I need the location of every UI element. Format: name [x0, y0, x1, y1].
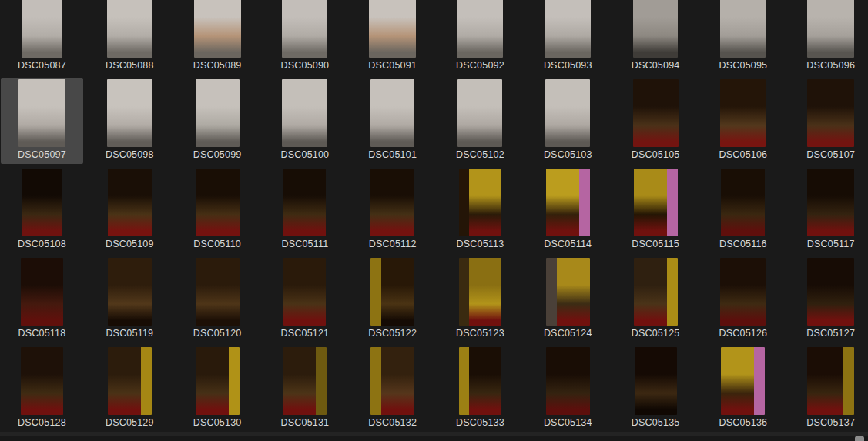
photo-cell[interactable]: DSC05087 — [1, 0, 83, 75]
photo-thumbnail[interactable] — [196, 258, 240, 326]
photo-cell[interactable]: DSC05089 — [176, 0, 259, 75]
photo-thumbnail[interactable] — [807, 169, 854, 236]
photo-thumbnail[interactable] — [108, 169, 152, 236]
photo-thumbnail[interactable] — [283, 347, 327, 415]
scrollbar-thumb[interactable] — [855, 436, 864, 441]
photo-thumbnail[interactable] — [370, 79, 414, 147]
photo-thumbnail[interactable] — [633, 79, 679, 147]
photo-thumbnail[interactable] — [282, 79, 327, 147]
photo-thumbnail[interactable] — [457, 0, 503, 58]
photo-thumbnail[interactable] — [21, 347, 63, 415]
photo-cell[interactable]: DSC05100 — [263, 78, 346, 164]
photo-thumbnail[interactable] — [370, 169, 414, 236]
photo-thumbnail[interactable] — [22, 169, 62, 236]
photo-thumbnail[interactable] — [196, 79, 240, 147]
photo-thumbnail[interactable] — [545, 0, 591, 58]
photo-thumbnail[interactable] — [196, 169, 240, 236]
photo-thumbnail[interactable] — [546, 258, 590, 326]
photo-thumbnail[interactable] — [720, 79, 766, 147]
photo-thumbnail[interactable] — [459, 169, 501, 236]
photo-thumbnail[interactable] — [107, 79, 152, 147]
photo-cell[interactable]: DSC05108 — [1, 167, 83, 253]
photo-cell[interactable]: DSC05118 — [1, 256, 83, 342]
photo-cell[interactable]: DSC05101 — [351, 78, 434, 164]
photo-thumbnail[interactable] — [721, 347, 765, 415]
photo-thumbnail[interactable] — [283, 258, 326, 326]
photo-cell[interactable]: DSC05117 — [789, 167, 868, 253]
photo-cell[interactable]: DSC05130 — [176, 346, 259, 432]
photo-thumbnail[interactable] — [633, 0, 678, 58]
photo-thumbnail[interactable] — [370, 258, 414, 326]
photo-cell[interactable]: DSC05105 — [615, 78, 697, 164]
photo-thumbnail[interactable] — [107, 0, 152, 58]
photo-cell[interactable]: DSC05133 — [439, 346, 521, 432]
photo-cell[interactable]: DSC05124 — [527, 256, 609, 342]
photo-cell[interactable]: DSC05116 — [702, 167, 784, 253]
photo-thumbnail[interactable] — [457, 79, 502, 147]
photo-cell[interactable]: DSC05127 — [789, 256, 868, 342]
photo-thumbnail[interactable] — [721, 169, 765, 236]
photo-cell[interactable]: DSC05128 — [1, 346, 83, 432]
photo-thumbnail[interactable] — [22, 0, 62, 58]
photo-cell[interactable]: DSC05109 — [89, 167, 171, 253]
photo-thumbnail[interactable] — [108, 347, 152, 415]
photo-cell[interactable]: DSC05122 — [351, 256, 434, 342]
photo-thumbnail[interactable] — [807, 347, 854, 415]
photo-thumbnail[interactable] — [283, 169, 326, 236]
photo-cell[interactable]: DSC05126 — [702, 256, 784, 342]
photo-thumbnail[interactable] — [546, 169, 590, 236]
photo-thumbnail[interactable] — [720, 258, 766, 326]
photo-thumbnail[interactable] — [196, 347, 240, 415]
photo-cell[interactable]: DSC05114 — [527, 167, 609, 253]
photo-thumbnail[interactable] — [282, 0, 327, 58]
photo-cell[interactable]: DSC05112 — [351, 167, 434, 253]
photo-thumbnail[interactable] — [807, 0, 854, 58]
photo-cell[interactable]: DSC05093 — [527, 0, 609, 75]
photo-thumbnail[interactable] — [635, 347, 677, 415]
photo-cell[interactable]: DSC05103 — [527, 78, 609, 164]
photo-cell[interactable]: DSC05135 — [615, 346, 697, 432]
photo-cell[interactable]: DSC05132 — [351, 346, 434, 432]
photo-thumbnail[interactable] — [18, 79, 65, 147]
photo-cell[interactable]: DSC05120 — [176, 256, 259, 342]
photo-cell[interactable]: DSC05099 — [176, 78, 259, 164]
photo-thumbnail[interactable] — [720, 0, 766, 58]
photo-cell[interactable]: DSC05137 — [789, 346, 868, 432]
photo-cell[interactable]: DSC05121 — [263, 256, 346, 342]
photo-thumbnail[interactable] — [634, 258, 678, 326]
photo-thumbnail[interactable] — [546, 347, 590, 415]
photo-cell[interactable]: DSC05110 — [176, 167, 259, 253]
photo-cell[interactable]: DSC05123 — [439, 256, 521, 342]
photo-thumbnail[interactable] — [370, 347, 414, 415]
photo-thumbnail[interactable] — [634, 169, 678, 236]
photo-cell[interactable]: DSC05134 — [527, 346, 609, 432]
photo-cell[interactable]: DSC05097 — [1, 78, 83, 164]
photo-cell[interactable]: DSC05136 — [702, 346, 784, 432]
photo-cell[interactable]: DSC05091 — [351, 0, 434, 75]
photo-cell[interactable]: DSC05090 — [263, 0, 346, 75]
photo-cell[interactable]: DSC05092 — [439, 0, 521, 75]
photo-cell[interactable]: DSC05111 — [263, 167, 346, 253]
photo-cell[interactable]: DSC05113 — [439, 167, 521, 253]
photo-cell[interactable]: DSC05119 — [89, 256, 171, 342]
photo-cell[interactable]: DSC05098 — [89, 78, 171, 164]
photo-thumbnail[interactable] — [459, 258, 501, 326]
photo-cell[interactable]: DSC05129 — [89, 346, 171, 432]
photo-cell[interactable]: DSC05095 — [702, 0, 784, 75]
photo-cell[interactable]: DSC05096 — [789, 0, 868, 75]
photo-cell[interactable]: DSC05102 — [439, 78, 521, 164]
photo-thumbnail[interactable] — [369, 0, 416, 58]
photo-thumbnail[interactable] — [807, 79, 854, 147]
photo-thumbnail[interactable] — [545, 79, 590, 147]
photo-thumbnail[interactable] — [194, 0, 241, 58]
photo-thumbnail[interactable] — [459, 347, 501, 415]
photo-thumbnail[interactable] — [21, 258, 63, 326]
photo-cell[interactable]: DSC05088 — [89, 0, 171, 75]
photo-cell[interactable]: DSC05115 — [615, 167, 697, 253]
photo-cell[interactable]: DSC05094 — [615, 0, 697, 75]
photo-cell[interactable]: DSC05131 — [263, 346, 346, 432]
photo-cell[interactable]: DSC05106 — [702, 78, 784, 164]
photo-thumbnail[interactable] — [807, 258, 854, 326]
photo-cell[interactable]: DSC05125 — [615, 256, 697, 342]
photo-thumbnail[interactable] — [108, 258, 152, 326]
